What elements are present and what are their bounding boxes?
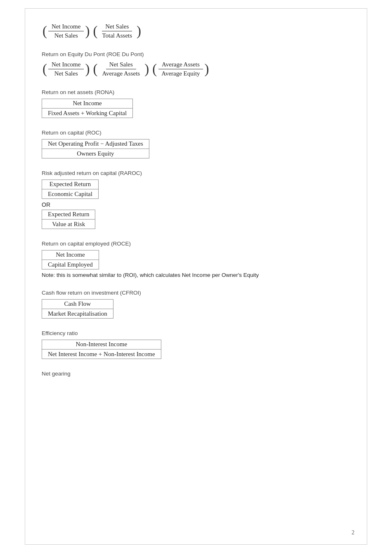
roc-fraction: Net Operating Profit − Adjusted Taxes Ow… xyxy=(42,139,149,158)
roce-label: Return on capital employed (ROCE) xyxy=(42,241,350,247)
top-formula-row: ( Net Income Net Sales ) ( Net Sales Tot… xyxy=(42,23,350,40)
roc-numerator: Net Operating Profit − Adjusted Taxes xyxy=(42,139,149,149)
roce-numerator: Net Income xyxy=(42,250,99,260)
raroc-formula-1: Expected Return Economic Capital xyxy=(42,179,350,199)
roe-fraction-1: Net Income Net Sales xyxy=(48,61,84,78)
bracket-left-2: ( xyxy=(93,24,97,38)
roe-bracketed-3: ( Average Assets Average Equity ) xyxy=(152,61,209,78)
roe-bracket-left-1: ( xyxy=(43,62,47,76)
roe-bracket-right-3: ) xyxy=(205,62,209,76)
roce-fraction: Net Income Capital Employed xyxy=(42,250,99,269)
page-number: 2 xyxy=(352,529,354,536)
roe-dupont-label: Return on Equity Du Pont (ROE Du Pont) xyxy=(42,51,350,57)
rona-label: Return on net assets (RONA) xyxy=(42,89,350,95)
net-gearing-section: Net gearing xyxy=(42,371,350,377)
top-formula-section: ( Net Income Net Sales ) ( Net Sales Tot… xyxy=(42,23,350,40)
roc-label: Return on capital (ROC) xyxy=(42,130,350,136)
raroc-label: Risk adjusted return on capital (RAROC) xyxy=(42,170,350,176)
roce-section: Return on capital employed (ROCE) Net In… xyxy=(42,241,350,278)
roe-frac2-num: Net Sales xyxy=(106,61,136,69)
roe-frac2-den: Average Assets xyxy=(99,69,143,78)
roe-dupont-section: Return on Equity Du Pont (ROE Du Pont) (… xyxy=(42,51,350,78)
bracketed-fraction-1: ( Net Income Net Sales ) xyxy=(43,23,90,40)
roe-bracket-right-2: ) xyxy=(144,62,149,76)
roe-frac1-num: Net Income xyxy=(48,61,84,69)
roce-formula: Net Income Capital Employed xyxy=(42,250,350,269)
roc-formula: Net Operating Profit − Adjusted Taxes Ow… xyxy=(42,139,350,158)
cfroi-label: Cash flow return on investment (CFROI) xyxy=(42,290,350,296)
cfroi-numerator: Cash Flow xyxy=(42,300,113,309)
roe-frac3-num: Average Assets xyxy=(158,61,203,69)
efficiency-denominator: Net Interest Income + Non-Interest Incom… xyxy=(42,350,161,359)
roe-frac1-den: Net Sales xyxy=(51,69,81,78)
page-wrapper: ( Net Income Net Sales ) ( Net Sales Tot… xyxy=(25,8,367,545)
roe-bracket-left-2: ( xyxy=(93,62,97,76)
roe-bracketed-2: ( Net Sales Average Assets ) xyxy=(93,61,149,78)
efficiency-formula: Non-Interest Income Net Interest Income … xyxy=(42,340,350,359)
numerator-net-income: Net Income xyxy=(48,23,84,31)
raroc-formula-2: Expected Return Value at Risk xyxy=(42,210,350,229)
raroc-frac2-num: Expected Return xyxy=(42,210,95,220)
efficiency-label: Efficiency ratio xyxy=(42,330,350,336)
cfroi-formula: Cash Flow Market Recapitalisation xyxy=(42,299,350,319)
roe-bracket-left-3: ( xyxy=(152,62,157,76)
roe-bracketed-1: ( Net Income Net Sales ) xyxy=(43,61,90,78)
roe-dupont-formula: ( Net Income Net Sales ) ( Net Sales Ave… xyxy=(42,61,350,78)
net-gearing-label: Net gearing xyxy=(42,371,350,377)
cfroi-fraction: Cash Flow Market Recapitalisation xyxy=(42,299,113,319)
efficiency-fraction: Non-Interest Income Net Interest Income … xyxy=(42,340,161,359)
denominator-total-assets: Total Assets xyxy=(99,31,135,40)
raroc-frac1-den: Economic Capital xyxy=(42,189,98,198)
raroc-frac2-den: Value at Risk xyxy=(42,220,95,229)
roc-section: Return on capital (ROC) Net Operating Pr… xyxy=(42,130,350,158)
fraction-net-sales-total-assets: Net Sales Total Assets xyxy=(99,23,135,40)
cfroi-denominator: Market Recapitalisation xyxy=(42,309,113,318)
rona-section: Return on net assets (RONA) Net Income F… xyxy=(42,89,350,118)
bracket-left-1: ( xyxy=(43,24,47,38)
raroc-section: Risk adjusted return on capital (RAROC) … xyxy=(42,170,350,229)
efficiency-section: Efficiency ratio Non-Interest Income Net… xyxy=(42,330,350,359)
rona-formula: Net Income Fixed Assets + Working Capita… xyxy=(42,99,350,118)
rona-fraction: Net Income Fixed Assets + Working Capita… xyxy=(42,99,133,118)
roe-bracket-right-1: ) xyxy=(85,62,90,76)
rona-denominator: Fixed Assets + Working Capital xyxy=(42,109,132,118)
cfroi-section: Cash flow return on investment (CFROI) C… xyxy=(42,290,350,319)
roce-note: Note: this is somewhat similar to (ROI),… xyxy=(42,272,350,278)
roe-fraction-3: Average Assets Average Equity xyxy=(158,61,203,78)
bracket-right-2: ) xyxy=(137,24,141,38)
bracket-right-1: ) xyxy=(85,24,90,38)
efficiency-numerator: Non-Interest Income xyxy=(42,340,161,350)
numerator-net-sales: Net Sales xyxy=(102,23,132,31)
or-text: OR xyxy=(42,201,350,208)
denominator-net-sales: Net Sales xyxy=(51,31,81,40)
roe-frac3-den: Average Equity xyxy=(158,69,203,78)
fraction-net-income-net-sales: Net Income Net Sales xyxy=(48,23,84,40)
bracketed-fraction-2: ( Net Sales Total Assets ) xyxy=(93,23,141,40)
roe-fraction-2: Net Sales Average Assets xyxy=(99,61,143,78)
raroc-frac1-num: Expected Return xyxy=(42,180,98,189)
roc-denominator: Owners Equity xyxy=(42,149,149,158)
raroc-fraction-1: Expected Return Economic Capital xyxy=(42,179,99,199)
rona-numerator: Net Income xyxy=(42,99,132,109)
roce-denominator: Capital Employed xyxy=(42,260,99,269)
raroc-fraction-2: Expected Return Value at Risk xyxy=(42,210,95,229)
